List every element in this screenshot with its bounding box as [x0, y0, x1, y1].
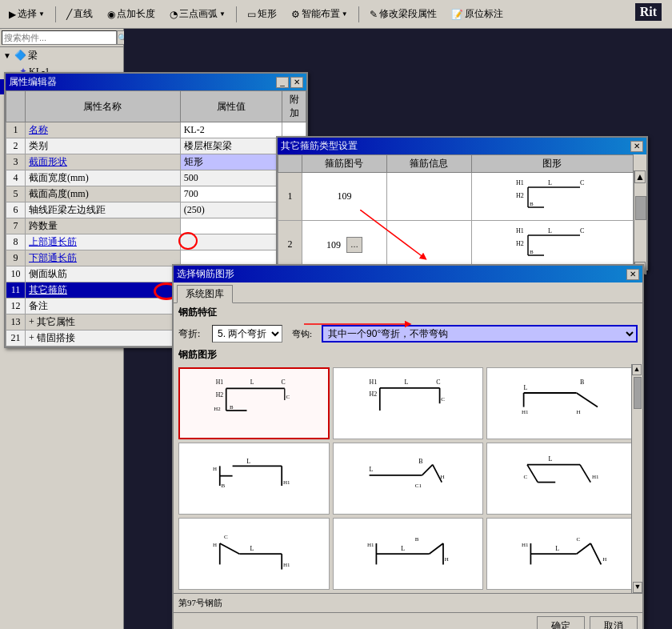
- smart-layout-button[interactable]: ⚙ 智能布置 ▼: [286, 5, 354, 23]
- svg-text:L: L: [405, 378, 409, 385]
- smart-dropdown-arrow[interactable]: ▼: [342, 10, 348, 18]
- main-toolbar: ▶ 选择 ▼ ╱ 直线 ◉ 点加长度 ◔ 三点画弧 ▼ ▭ 矩形 ⚙ 智能布置 …: [0, 0, 672, 29]
- shapes-scrollbar[interactable]: ▲ ▼: [631, 364, 642, 593]
- svg-text:B: B: [230, 404, 234, 410]
- svg-text:H2: H2: [516, 240, 524, 247]
- arc-dropdown-arrow[interactable]: ▼: [219, 10, 226, 18]
- arc-icon: ◔: [170, 9, 178, 20]
- prop-editor-minimize[interactable]: _: [276, 77, 289, 88]
- table-row: 8 上部通长筋: [6, 234, 306, 250]
- search-input[interactable]: [2, 30, 117, 45]
- scroll-up[interactable]: ▲: [634, 170, 646, 183]
- cursor-icon: ▶: [9, 9, 16, 20]
- prop-name-cell[interactable]: 上部通长筋: [26, 234, 181, 250]
- svg-line-68: [580, 464, 590, 482]
- svg-text:H: H: [602, 556, 606, 563]
- shape-cell-6[interactable]: L C H1: [486, 443, 638, 515]
- svg-text:B: B: [222, 483, 226, 489]
- rect-tool-button[interactable]: ▭ 矩形: [242, 5, 282, 23]
- modify-beam-button[interactable]: ✎ 修改梁段属性: [364, 5, 442, 23]
- hook-label: 弯钩:: [292, 328, 312, 340]
- table-row: 5 截面高度(mm) 700: [6, 186, 306, 202]
- svg-text:H1: H1: [367, 542, 374, 548]
- rebar-type-dialog: 其它箍筋类型设置 ✕ 箍筋图号 箍筋信息 图形 1 109: [276, 136, 648, 270]
- line-tool-button[interactable]: ╱ 直线: [61, 5, 98, 23]
- shape-cell-8[interactable]: H1 L B H: [333, 518, 484, 590]
- svg-text:B: B: [530, 201, 534, 207]
- select-shape-title: 选择钢筋图形: [177, 267, 234, 281]
- svg-text:H: H: [213, 465, 217, 471]
- col-info: 箍筋信息: [386, 155, 471, 173]
- cancel-button[interactable]: 取消: [590, 616, 638, 629]
- dialog-footer: 第97号钢筋: [174, 593, 642, 612]
- confirm-button[interactable]: 确定: [537, 616, 585, 629]
- table-row: 2 类别 楼层框架梁: [6, 138, 306, 154]
- svg-text:H1: H1: [283, 479, 290, 486]
- tree-item-beam-group[interactable]: ▼ 🔷 梁: [0, 47, 123, 64]
- rebar-edit-button[interactable]: …: [346, 237, 362, 253]
- tab-system-library[interactable]: 系统图库: [177, 285, 233, 303]
- prop-editor-close[interactable]: ✕: [290, 77, 303, 88]
- svg-text:H2: H2: [214, 406, 221, 411]
- prop-name-cell[interactable]: 名称: [26, 122, 181, 138]
- svg-text:H1: H1: [516, 227, 524, 234]
- shape-cell-4[interactable]: H L B H1: [178, 443, 330, 515]
- toolbar-sep-1: [55, 6, 56, 22]
- shape-cell-1[interactable]: H1 L C H2 B C H2: [178, 367, 330, 439]
- bend-select[interactable]: 5. 两个弯折: [212, 325, 282, 343]
- col-value: 属性值: [180, 91, 282, 122]
- shape-cell-7[interactable]: H C L H1: [178, 518, 330, 590]
- svg-line-44: [576, 393, 597, 407]
- table-row: 1 109 H1 L C H2 B: [278, 173, 634, 221]
- svg-text:C: C: [224, 534, 228, 540]
- svg-line-91: [576, 543, 590, 554]
- feature-row: 弯折: 5. 两个弯折 弯钩: 其中一个90°弯折，不带弯钩: [174, 322, 642, 346]
- smart-icon: ⚙: [291, 9, 300, 20]
- svg-text:B: B: [530, 249, 534, 255]
- col-fig: 箍筋图号: [302, 155, 387, 173]
- select-shape-titlebar: 选择钢筋图形 ✕: [174, 266, 642, 282]
- rebar-type-close[interactable]: ✕: [630, 141, 643, 152]
- svg-text:L: L: [247, 458, 251, 465]
- select-tool-button[interactable]: ▶ 选择 ▼: [3, 5, 50, 23]
- prop-editor-titlebar: 属性编辑器 _ ✕: [6, 74, 306, 90]
- svg-text:L: L: [250, 545, 254, 552]
- prop-name-cell: 侧面纵筋: [26, 266, 181, 282]
- prop-name-cell: 截面宽度(mm): [26, 170, 181, 186]
- prop-name-cell: 类别: [26, 138, 181, 154]
- add-length-button[interactable]: ◉ 点加长度: [102, 5, 161, 23]
- svg-text:C: C: [523, 474, 527, 480]
- arc-tool-button[interactable]: ◔ 三点画弧 ▼: [164, 5, 231, 23]
- modify-icon: ✎: [370, 9, 378, 20]
- rebar-type-scrollbar[interactable]: ▲ ▼: [634, 170, 646, 274]
- svg-text:L: L: [250, 379, 254, 386]
- expand-icon: ▼: [3, 51, 13, 60]
- original-mark-button[interactable]: 📝 原位标注: [446, 5, 509, 23]
- svg-line-92: [590, 543, 601, 564]
- svg-text:C1: C1: [415, 483, 422, 489]
- prop-name-cell[interactable]: 其它箍筋: [26, 282, 181, 298]
- rebar-type-title: 其它箍筋类型设置: [281, 139, 358, 153]
- svg-text:H: H: [445, 556, 449, 563]
- scroll-thumb[interactable]: [635, 196, 646, 220]
- svg-text:H2: H2: [216, 391, 224, 398]
- shape-cell-2[interactable]: H1 L C H2 C: [333, 367, 484, 439]
- shapes-scroll-thumb[interactable]: [634, 377, 642, 409]
- svg-text:L: L: [370, 466, 374, 473]
- shape-cell-3[interactable]: L B H1 H: [486, 367, 638, 439]
- svg-text:B: B: [415, 536, 419, 543]
- hook-select[interactable]: 其中一个90°弯折，不带弯钩: [322, 325, 638, 343]
- shape-cell-9[interactable]: H1 L C H: [486, 518, 638, 590]
- svg-text:H1: H1: [522, 409, 529, 415]
- line-icon: ╱: [66, 9, 72, 20]
- svg-text:H2: H2: [516, 192, 524, 199]
- select-shape-close[interactable]: ✕: [626, 269, 639, 280]
- prop-name-cell[interactable]: 下部通长筋: [26, 250, 181, 266]
- prop-name-cell[interactable]: 截面形状: [26, 154, 181, 170]
- shape-cell-5[interactable]: L B C1 H: [333, 443, 484, 515]
- svg-text:H1: H1: [592, 474, 599, 480]
- shapes-scroll-up[interactable]: ▲: [632, 364, 642, 375]
- shapes-scroll-down[interactable]: ▼: [633, 582, 642, 593]
- svg-text:H1: H1: [283, 562, 290, 568]
- select-dropdown-arrow[interactable]: ▼: [38, 10, 45, 18]
